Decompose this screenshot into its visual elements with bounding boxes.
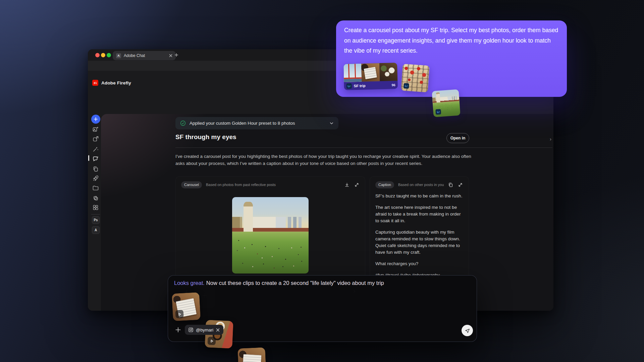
carousel-card-header: Carousel Based on photos from past refle… <box>176 177 365 193</box>
remove-chip-icon[interactable] <box>216 328 220 332</box>
check-circle-icon <box>180 120 186 126</box>
composer-message-highlight: Looks great. <box>174 280 205 286</box>
export-share-icon[interactable] <box>92 136 99 142</box>
sidebar-selected-indicator <box>88 155 89 161</box>
album-photo-drinks <box>379 63 398 81</box>
send-button[interactable] <box>462 325 473 336</box>
play-icon <box>175 310 184 318</box>
add-attachment-icon[interactable] <box>174 326 182 334</box>
instagram-handle-chip[interactable]: @bymari <box>185 325 223 335</box>
new-chat-button[interactable] <box>91 115 100 124</box>
tab-title: Adobe Chat <box>124 53 172 58</box>
folder-icon[interactable] <box>92 185 99 191</box>
chevron-down-icon[interactable] <box>329 121 334 125</box>
album-footer: Lr SF trip 96 <box>344 81 398 90</box>
park-crowd-graphic <box>232 197 233 198</box>
apps-grid-icon[interactable] <box>92 204 99 211</box>
scroll-right-chevron[interactable]: › <box>550 136 551 142</box>
composer-message-rest: Now cut these clips to create a 20 secon… <box>206 280 384 286</box>
expand-icon[interactable] <box>458 182 463 188</box>
composer-message[interactable]: Looks great.Now cut these clips to creat… <box>174 280 384 286</box>
carousel-subtitle: Based on photos from past reflective pos… <box>206 183 340 187</box>
browser-tab[interactable]: A Adobe Chat <box>113 51 176 60</box>
album-photo-bridge <box>343 64 362 82</box>
caption-subtitle: Based on other posts in your series <box>398 183 444 187</box>
adobe-app-icon[interactable]: A <box>92 226 100 234</box>
sidebar-divider <box>91 214 100 215</box>
album-photo-count: 96 <box>391 83 395 87</box>
carousel-main-image[interactable] <box>232 197 309 274</box>
firefly-page: Fi Adobe Firefly Ps A Applied your custo… <box>88 71 553 311</box>
brand-header: Fi Adobe Firefly <box>92 80 131 86</box>
result-title: SF through my eyes <box>175 133 236 141</box>
vector-layers-icon[interactable] <box>92 195 99 201</box>
rocket-icon[interactable] <box>92 175 99 182</box>
instagram-icon <box>188 327 194 333</box>
caption-badge: Caption <box>375 181 394 188</box>
prompt-text: Create a carousel post about my SF trip.… <box>344 25 559 56</box>
carousel-badge: Carousel <box>181 181 202 188</box>
album-title: SF trip <box>354 83 390 88</box>
new-tab-icon[interactable] <box>174 53 178 57</box>
status-banner[interactable]: Applied your custom Golden Hour preset t… <box>175 117 338 129</box>
video-clip-thumbnail[interactable] <box>237 347 266 362</box>
download-icon[interactable] <box>344 182 350 188</box>
landmark-tower-graphic <box>244 202 253 232</box>
lightroom-album-card[interactable]: Lr SF trip 96 <box>343 63 398 90</box>
adobe-favicon: A <box>116 53 121 58</box>
plus-icon <box>94 117 98 121</box>
album-collage <box>343 63 397 82</box>
attachment-photo[interactable]: Lr <box>432 89 460 117</box>
expand-icon[interactable] <box>354 182 360 188</box>
caption-paragraph: What recharges you? <box>375 260 463 267</box>
caption-paragraph: Capturing quotidian beauty with my film … <box>375 229 463 256</box>
user-prompt-bubble: Create a carousel post about my SF trip.… <box>336 20 567 97</box>
copy-icon[interactable] <box>448 182 453 188</box>
handle-text: @bymari <box>196 327 213 333</box>
caption-paragraph: SF’s buzz taught me to be calm in the ru… <box>375 193 463 199</box>
album-photo-sketch <box>361 63 380 81</box>
window-close-button[interactable] <box>95 53 100 57</box>
photoshop-app-icon[interactable]: Ps <box>92 216 100 224</box>
lightroom-icon: Lr <box>346 83 352 88</box>
firefly-logo: Fi <box>92 80 98 86</box>
brand-name: Adobe Firefly <box>101 80 131 85</box>
window-zoom-button[interactable] <box>107 53 111 57</box>
chat-composer[interactable]: Looks great.Now cut these clips to creat… <box>168 275 477 342</box>
status-text: Applied your custom Golden Hour preset t… <box>190 121 326 126</box>
window-minimize-button[interactable] <box>101 53 105 57</box>
title-divider <box>175 147 552 148</box>
attachment-photo[interactable]: Lr <box>401 64 429 92</box>
result-description: I’ve created a carousel post for you hig… <box>175 153 472 167</box>
chat-sparkle-icon[interactable] <box>92 156 99 162</box>
image-generate-icon[interactable] <box>92 126 99 133</box>
copy-stack-icon[interactable] <box>92 166 99 172</box>
play-icon <box>208 337 216 345</box>
lightroom-icon: Lr <box>435 109 441 115</box>
lightroom-icon: Lr <box>404 83 409 89</box>
tab-close-icon[interactable] <box>169 54 172 57</box>
video-clip-thumbnail[interactable] <box>172 292 201 321</box>
caption-card-header: Caption Based on other posts in your ser… <box>370 177 469 193</box>
caption-text: SF’s buzz taught me to be calm in the ru… <box>375 193 463 283</box>
magic-wand-icon[interactable] <box>92 146 99 153</box>
caption-paragraph: The art scene here inspired me to not be… <box>375 204 463 224</box>
open-in-button[interactable]: Open in <box>446 133 469 143</box>
send-icon <box>465 328 470 334</box>
